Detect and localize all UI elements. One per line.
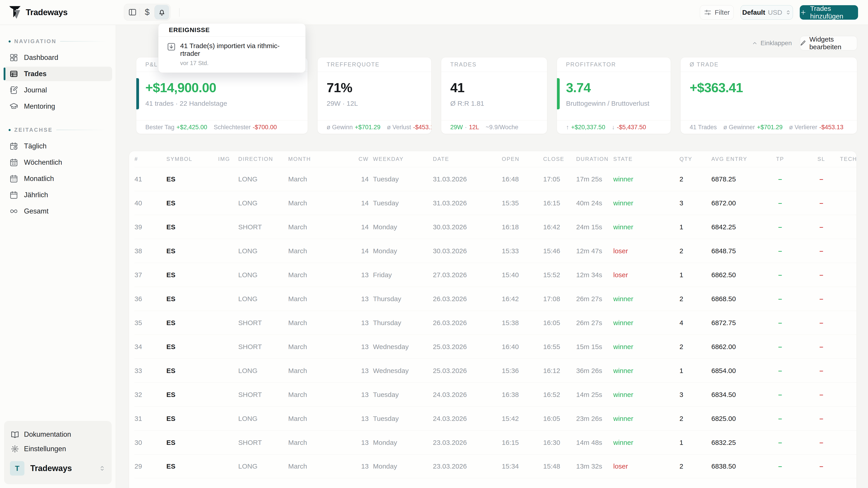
filter-button[interactable]: Filter [700,5,734,20]
cell-direction: SHORT [238,319,288,327]
stat-footer: 41 Tradesø Gewinner+$701.29ø Verlierer-$… [681,120,857,134]
column-header-weekday[interactable]: WEEKDAY [369,156,433,162]
column-header-date[interactable]: DATE [433,156,502,162]
sidebar-item-documentation[interactable]: Dokumentation [10,427,106,442]
account-select[interactable]: Default USD [741,5,793,20]
cell-cw: 13 [353,415,369,422]
event-item[interactable]: 41 Trade(s) importiert via rithmic-rtrad… [158,37,305,72]
stat-footer-segment: +$701.29 [757,124,782,131]
pencil-icon [800,40,806,46]
stat-footer-segment: ~9.9/Woche [486,124,518,131]
sidebar-item-label: Journal [24,86,47,94]
sidebar-item[interactable]: Mentoring [4,99,112,113]
column-header-duration[interactable]: DURATION [576,156,613,162]
section-title: ZEITACHSE [14,127,53,133]
cell-tp: – [757,247,803,255]
column-header-month[interactable]: MONTH [288,156,353,162]
cell-state: winner [613,415,669,422]
table-row[interactable]: 33ESLONGMarch13Wednesday25.03.202615:361… [134,359,857,383]
cell-cw: 13 [353,367,369,375]
column-header-symbol[interactable]: SYMBOL [166,156,218,162]
trades-table: #SYMBOLIMGDIRECTIONMONTHCWWEEKDAYDATEOPE… [129,151,857,488]
sidebar-item[interactable]: Journal [4,83,112,97]
column-header-tech[interactable]: TECHNIK [840,156,857,162]
sidebar-item[interactable]: Gesamt [4,204,112,219]
cell-cw: 13 [353,391,369,398]
column-header-tp[interactable]: TP [757,156,803,162]
column-header-num[interactable]: # [134,156,166,162]
table-row[interactable]: 31ESLONGMarch13Tuesday24.03.202615:4216:… [134,406,857,430]
cell-num: 35 [134,319,166,327]
cell-avg_entry: 6842.25 [711,223,757,231]
add-trades-button[interactable]: Trades hinzufügen [800,5,858,20]
edit-widgets-button[interactable]: Widgets bearbeiten [800,36,857,51]
column-header-direction[interactable]: DIRECTION [238,156,288,162]
table-row[interactable]: 30ESSHORTMarch13Monday23.03.202616:1516:… [134,430,857,454]
column-header-img[interactable]: IMG [218,156,238,162]
table-row[interactable]: 35ESSHORTMarch13Thursday26.03.202615:381… [134,311,857,335]
sidebar-item[interactable]: Dashboard [4,51,112,65]
stat-card-label: PROFITFAKTOR [566,61,616,68]
column-header-qty[interactable]: QTY [669,156,711,162]
column-header-cw[interactable]: CW [353,156,369,162]
cell-symbol: ES [166,223,218,231]
sidebar-item[interactable]: Monatlich [4,171,112,186]
table-row[interactable]: 29ESLONGMarch13Monday23.03.202615:3415:4… [134,454,857,478]
column-header-close[interactable]: CLOSE [543,156,576,162]
cell-qty: 2 [669,175,711,183]
table-row[interactable]: 41ESLONGMarch14Tuesday31.03.202616:4817:… [134,167,857,191]
stat-footer-segment: ↑ [566,124,569,131]
cell-open: 15:38 [502,319,543,327]
nav-list-time: Täglich Wöchentlich Monatlich Jährlich G… [0,139,116,219]
stat-footer-segment: +$701.29 [355,124,380,131]
cell-sl: – [803,199,840,207]
cell-state: winner [613,343,669,351]
table-row[interactable]: 37ESLONGMarch13Friday27.03.202615:4015:5… [134,263,857,287]
cell-sl: – [803,439,840,447]
cell-num: 31 [134,415,166,422]
cell-symbol: ES [166,343,218,351]
workspace-switcher[interactable]: T Tradeways [10,461,106,476]
cell-state: winner [613,175,669,183]
sidebar-item[interactable]: Wöchentlich [4,155,112,170]
cell-date: 23.03.2026 [433,462,502,470]
table-row[interactable]: 39ESSHORTMarch14Monday30.03.202616:1816:… [134,215,857,239]
cell-close: 16:30 [543,439,576,447]
column-header-open[interactable]: OPEN [502,156,543,162]
cell-direction: SHORT [238,439,288,447]
table-row[interactable]: 34ESSHORTMarch13Wednesday25.03.202616:40… [134,335,857,359]
table-row[interactable]: 40ESLONGMarch14Tuesday31.03.202615:3516:… [134,191,857,215]
cell-qty: 4 [669,319,711,327]
table-row[interactable]: 36ESLONGMarch13Thursday26.03.202616:4217… [134,287,857,311]
cell-qty: 2 [669,343,711,351]
column-header-sl[interactable]: SL [803,156,840,162]
gear-icon [11,445,19,453]
sidebar-item-settings[interactable]: Einstellungen [10,442,106,456]
cell-close: 16:55 [543,343,576,351]
sidebar-item[interactable]: Jährlich [4,188,112,202]
stat-footer-segment: Schlechtester [214,124,251,131]
table-row[interactable]: 32ESSHORTMarch13Tuesday24.03.202616:3816… [134,383,857,406]
cell-symbol: ES [166,367,218,375]
top-bar: Tradeways $ Filter Default USD Trades hi… [0,0,868,25]
column-header-avg_entry[interactable]: AVG ENTRY [711,156,757,162]
sidebar-item[interactable]: Trades [4,67,112,81]
currency-button[interactable]: $ [140,5,154,20]
collapse-widgets-link[interactable]: Einklappen [752,39,792,47]
cell-num: 37 [134,271,166,279]
stat-value: 41 [450,80,547,95]
sidebar-item-label: Mentoring [24,102,55,110]
cell-tp: – [757,271,803,279]
topbar-divider [179,8,180,17]
notifications-button[interactable] [155,5,169,20]
cell-symbol: ES [166,247,218,255]
import-icon [166,42,176,52]
column-header-state[interactable]: STATE [613,156,669,162]
table-row[interactable]: 38ESLONGMarch14Monday30.03.202615:3315:4… [134,239,857,263]
cell-state: winner [613,391,669,398]
sidebar-toggle-button[interactable] [125,5,140,20]
cell-open: 16:42 [502,295,543,303]
sidebar-item[interactable]: Täglich [4,139,112,153]
section-divider [60,41,107,41]
sidebar-item-label: Gesamt [24,207,49,215]
